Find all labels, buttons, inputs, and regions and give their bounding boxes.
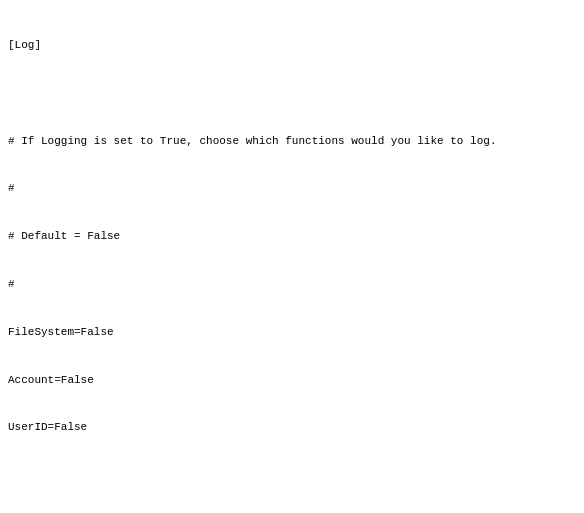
line-userid: UserID=False — [8, 420, 576, 436]
line-hash-2: # — [8, 277, 576, 293]
line-hash-1: # — [8, 181, 576, 197]
line-blank-1 — [8, 86, 576, 102]
line-account: Account=False — [8, 373, 576, 389]
line-filesystem: FileSystem=False — [8, 325, 576, 341]
line-1: [Log] — [8, 38, 576, 54]
line-blank-2 — [8, 468, 576, 484]
line-default-false: # Default = False — [8, 229, 576, 245]
code-editor: [Log] # If Logging is set to True, choos… — [0, 0, 584, 513]
line-comment-1: # If Logging is set to True, choose whic… — [8, 134, 576, 150]
